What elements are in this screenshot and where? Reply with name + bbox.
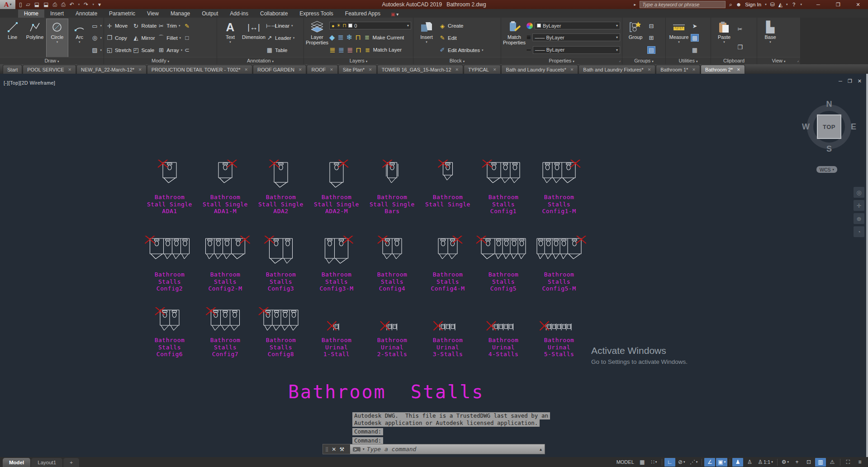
insert-block-button[interactable]: Insert▾	[415, 19, 438, 57]
panel-label-clipboard[interactable]: Clipboard	[711, 57, 757, 64]
cad-block-bathroom-stalls-config2[interactable]: Bathroom Stalls Config2	[142, 236, 197, 292]
table-button[interactable]: ▦Table	[266, 46, 294, 54]
group-selection-button[interactable]: ▤	[648, 46, 655, 54]
zoom-extents-icon[interactable]: ⊕	[854, 213, 864, 224]
arc-button[interactable]: Arc▾	[69, 19, 90, 57]
panel-label-groups[interactable]: Groups ▾	[622, 57, 665, 64]
chevron-down-icon[interactable]: ▾	[800, 3, 802, 6]
sign-in-button[interactable]: Sign In	[745, 2, 761, 7]
close-icon[interactable]: ✕	[244, 67, 248, 72]
plot-button-icon[interactable]: ⎙	[53, 1, 57, 8]
close-icon[interactable]: ✕	[493, 67, 497, 72]
restore-button[interactable]: ❐	[828, 2, 848, 8]
file-tab-roof[interactable]: ROOF✕	[307, 65, 337, 74]
layout-tab-layout1[interactable]: Layout1	[31, 458, 62, 467]
command-close-icon[interactable]: ✕	[332, 446, 336, 453]
viewport-controls-label[interactable]: [-][Top][2D Wireframe]	[4, 80, 55, 86]
cad-block-bathroom-stalls-config3-m[interactable]: Bathroom Stalls Config3-M	[309, 236, 364, 292]
edit-block-button[interactable]: ✎Edit	[439, 34, 483, 42]
ribbon-display-toggle-icon[interactable]: ▣ ▾	[391, 12, 398, 18]
create-block-button[interactable]: ◈Create	[439, 22, 483, 30]
search-input[interactable]: Type a keyword or phrase	[640, 1, 726, 8]
osnap-tracking-button[interactable]: ∠	[704, 458, 715, 467]
panel-label-annotation[interactable]: Annotation ▾	[217, 57, 304, 64]
qnew-button-icon[interactable]: ▯	[19, 1, 22, 8]
layout-tab-model[interactable]: Model	[3, 458, 30, 467]
close-icon[interactable]: ✕	[299, 67, 302, 72]
qat-customize-button-icon[interactable]: ▾	[98, 1, 101, 8]
autodesk-app-icon[interactable]: ◭	[778, 1, 783, 8]
cad-block-bathroom-urinal-3-stalls[interactable]: Bathroom Urinal 3-Stalls	[421, 307, 475, 358]
cad-block-bathroom-stall-single-ada2[interactable]: Bathroom Stall Single ADA2	[254, 160, 308, 215]
cut-button[interactable]: ✂	[736, 25, 744, 33]
clean-screen-button[interactable]: ⛶	[843, 458, 854, 467]
pan-icon[interactable]: ✛	[854, 200, 864, 211]
file-tab-pool-service[interactable]: POOL SERVICE✕	[23, 65, 76, 74]
app-store-cart-icon[interactable]: ⛁	[770, 1, 775, 8]
ribbon-tab-add-ins[interactable]: Add-ins	[224, 10, 254, 18]
cad-block-bathroom-urinal-4-stalls[interactable]: Bathroom Urinal 4-Stalls	[476, 307, 531, 358]
model-space-button[interactable]: MODEL	[615, 458, 636, 467]
match-layer-button[interactable]: ≣Match Layer	[364, 46, 402, 54]
ribbon-tab-home[interactable]: Home	[18, 10, 44, 18]
offset-button[interactable]: ⊂	[183, 46, 190, 54]
command-settings-icon[interactable]: ⚒	[339, 446, 344, 453]
wcs-menu[interactable]: WCS▾	[816, 166, 837, 173]
viewcube-south[interactable]: S	[826, 144, 832, 154]
open-button-icon[interactable]: ▱	[26, 1, 30, 8]
layer-on-icon[interactable]: ●	[332, 23, 335, 29]
chevron-down-icon[interactable]: ▾	[786, 3, 788, 6]
group-button[interactable]: Group	[624, 19, 647, 57]
workspace-switching-button[interactable]: ⚙▾	[780, 458, 791, 467]
command-input[interactable]: >_ ▾ Type a command ▴	[350, 444, 545, 454]
command-line-grip[interactable]: ⣿ ✕ ⚒	[323, 444, 350, 454]
cad-block-bathroom-stalls-config1[interactable]: Bathroom Stalls Config1	[476, 160, 531, 215]
minimize-button[interactable]: ─	[808, 2, 828, 8]
ribbon-tab-annotate[interactable]: Annotate	[70, 10, 103, 18]
linetype-select[interactable]: —— ByLayer▾	[533, 46, 620, 54]
ribbon-tab-view[interactable]: View	[141, 10, 165, 18]
scale-button[interactable]: ◰Scale	[132, 46, 157, 54]
explode-button[interactable]: □	[183, 34, 190, 42]
file-tab-bath-and-laundry-fixtures[interactable]: Bath and Laundry Fixtures*✕	[579, 65, 655, 74]
chevron-down-icon[interactable]: ▾	[78, 3, 80, 6]
close-icon[interactable]: ✕	[570, 67, 574, 72]
close-icon[interactable]: ✕	[737, 67, 740, 72]
close-icon[interactable]: ✕	[138, 67, 142, 72]
ribbon-tab-featured-apps[interactable]: Featured Apps	[339, 10, 386, 18]
annotation-visibility-button[interactable]: ♟	[732, 458, 743, 467]
cad-block-bathroom-stall-single-ada2-m[interactable]: Bathroom Stall Single ADA2-M	[309, 160, 364, 215]
leader-button[interactable]: ↗Leader▾	[266, 34, 294, 42]
line-button[interactable]: Line	[2, 19, 23, 57]
chevron-down-icon[interactable]: ▾	[407, 24, 409, 28]
copy-button[interactable]: ❐Copy	[106, 34, 131, 42]
layer-unlock-icon[interactable]: ⊓	[343, 23, 347, 29]
ribbon-tab-collaborate[interactable]: Collaborate	[254, 10, 294, 18]
polar-tracking-button[interactable]: ⊘▾	[676, 458, 687, 467]
base-view-button[interactable]: ▙Base▾	[759, 19, 782, 57]
match-properties-button[interactable]: Match Properties	[503, 19, 526, 57]
viewcube-west[interactable]: W	[802, 122, 810, 132]
ribbon-tab-insert[interactable]: Insert	[44, 10, 70, 18]
lineweight-select[interactable]: —— ByLayer▾	[532, 33, 620, 41]
measure-button[interactable]: Measure▾	[668, 19, 690, 57]
viewcube-top-face[interactable]: TOP	[817, 114, 841, 139]
cad-block-bathroom-stalls-config1-m[interactable]: Bathroom Stalls Config1-M	[532, 160, 586, 215]
viewcube-north[interactable]: N	[826, 100, 832, 109]
fillet-button[interactable]: ⌒Fillet▾	[157, 34, 182, 42]
layout-tab--[interactable]: +	[63, 458, 79, 467]
annotation-monitor-button[interactable]: +	[792, 458, 802, 467]
ribbon-tab-parametric[interactable]: Parametric	[103, 10, 141, 18]
print-button-icon[interactable]: ⎙	[61, 1, 66, 8]
file-tab-new-fa-22-march-12[interactable]: NEW_FA_22-March-12*✕	[76, 65, 147, 74]
snap-mode-button[interactable]: ∷▾	[649, 458, 659, 467]
cad-block-bathroom-stall-single[interactable]: Bathroom Stall Single	[421, 160, 475, 208]
ribbon-tab-express-tools[interactable]: Express Tools	[294, 10, 339, 18]
dialog-launcher-icon[interactable]: ⌟	[797, 57, 799, 64]
viewport-close-icon[interactable]: ✕	[858, 78, 862, 84]
paste-button[interactable]: Paste▾	[713, 19, 735, 57]
graphics-performance-button[interactable]: ⚠	[827, 458, 838, 467]
quick-select-button[interactable]: ➤	[691, 22, 698, 30]
cad-block-bathroom-stalls-config5-m[interactable]: Bathroom Stalls Config5-M	[532, 236, 586, 292]
close-icon[interactable]: ✕	[330, 67, 333, 72]
